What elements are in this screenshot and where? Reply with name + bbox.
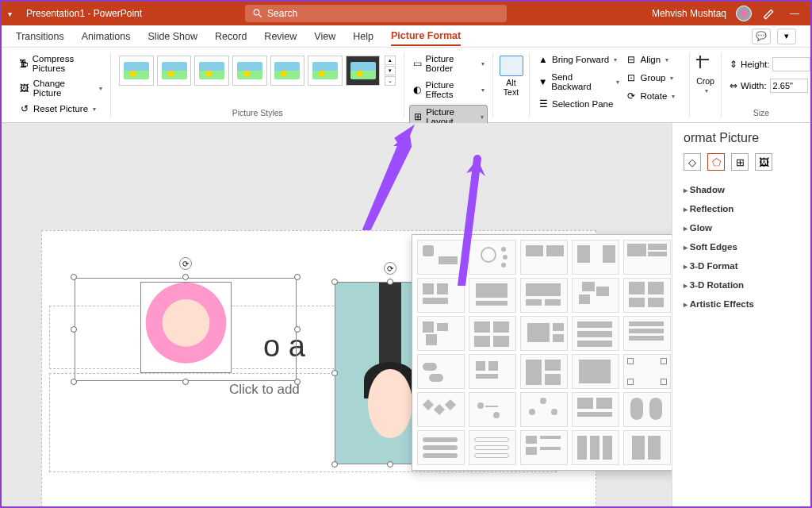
layout-option[interactable] bbox=[417, 316, 465, 351]
panel-section-artistic-effects[interactable]: Artistic Effects bbox=[684, 294, 799, 314]
rotate-handle-icon[interactable]: ⟳ bbox=[179, 257, 192, 270]
comments-button[interactable]: 💬 bbox=[752, 29, 771, 44]
resize-handle[interactable] bbox=[387, 279, 393, 285]
panel-section-reflection[interactable]: Reflection bbox=[684, 199, 799, 218]
style-thumb[interactable] bbox=[270, 56, 305, 86]
layout-option[interactable] bbox=[520, 316, 568, 351]
quick-access-dropdown[interactable]: ▾ bbox=[8, 10, 12, 18]
slide-canvas[interactable]: o a Click to add ⟳ ⟳ bbox=[2, 123, 672, 506]
layout-option[interactable] bbox=[623, 240, 671, 275]
layout-option[interactable] bbox=[623, 354, 671, 389]
compress-pictures-button[interactable]: 🗜 Compress Pictures bbox=[16, 52, 105, 75]
panel-section-3d-format[interactable]: 3-D Format bbox=[684, 256, 799, 275]
resize-handle[interactable] bbox=[294, 274, 301, 280]
picture-border-button[interactable]: ▭ Picture Border ▾ bbox=[409, 52, 488, 75]
tab-animations[interactable]: Animations bbox=[82, 28, 131, 45]
resize-handle[interactable] bbox=[331, 370, 338, 376]
layout-option[interactable] bbox=[520, 240, 568, 275]
effects-tab-icon[interactable]: ⬠ bbox=[707, 153, 725, 171]
height-input[interactable] bbox=[772, 57, 810, 71]
rotate-button[interactable]: ⟳ Rotate ▾ bbox=[622, 89, 684, 103]
tab-slideshow[interactable]: Slide Show bbox=[148, 28, 198, 45]
style-thumb[interactable] bbox=[119, 56, 154, 86]
tab-review[interactable]: Review bbox=[264, 28, 297, 45]
drawing-mode-icon[interactable] bbox=[761, 6, 776, 21]
panel-section-glow[interactable]: Glow bbox=[684, 218, 799, 237]
tab-transitions[interactable]: Transitions bbox=[16, 28, 64, 45]
user-avatar[interactable] bbox=[736, 6, 752, 21]
rotate-handle-icon[interactable]: ⟳ bbox=[384, 262, 396, 275]
layout-option[interactable] bbox=[469, 354, 516, 389]
style-thumb[interactable] bbox=[232, 56, 267, 86]
tab-help[interactable]: Help bbox=[353, 28, 373, 45]
change-picture-icon: 🖼 bbox=[19, 83, 30, 94]
layout-option[interactable] bbox=[469, 430, 516, 465]
width-icon: ⇔ bbox=[730, 80, 737, 91]
layout-option[interactable] bbox=[623, 430, 671, 465]
layout-option[interactable] bbox=[572, 316, 619, 351]
align-button[interactable]: ⊟ Align ▾ bbox=[622, 52, 684, 67]
border-icon: ▭ bbox=[412, 58, 422, 69]
panel-section-3d-rotation[interactable]: 3-D Rotation bbox=[684, 275, 799, 294]
resize-handle[interactable] bbox=[182, 379, 189, 385]
resize-handle[interactable] bbox=[331, 461, 338, 468]
crop-button[interactable]: Crop ▾ bbox=[695, 52, 716, 98]
tab-picture-format[interactable]: Picture Format bbox=[391, 27, 461, 46]
tab-record[interactable]: Record bbox=[215, 28, 247, 45]
panel-section-shadow[interactable]: Shadow bbox=[684, 180, 799, 199]
layout-option[interactable] bbox=[520, 392, 568, 427]
inserted-picture-1[interactable] bbox=[140, 282, 232, 373]
resize-handle[interactable] bbox=[331, 279, 338, 285]
picture-effects-button[interactable]: ◐ Picture Effects ▾ bbox=[409, 79, 488, 101]
gallery-up-button[interactable]: ▴ bbox=[385, 56, 396, 65]
minimize-button[interactable]: — bbox=[785, 8, 804, 19]
group-button[interactable]: ⊡ Group ▾ bbox=[622, 71, 684, 85]
style-thumb[interactable] bbox=[308, 56, 343, 86]
resize-handle[interactable] bbox=[294, 379, 301, 385]
layout-option[interactable] bbox=[469, 316, 516, 351]
size-tab-icon[interactable]: ⊞ bbox=[731, 153, 749, 171]
layout-option[interactable] bbox=[469, 392, 516, 427]
panel-section-soft-edges[interactable]: Soft Edges bbox=[684, 237, 799, 256]
alt-text-button[interactable]: Alt Text bbox=[498, 52, 524, 100]
resize-handle[interactable] bbox=[182, 274, 189, 280]
style-thumb[interactable] bbox=[157, 56, 192, 86]
layout-option[interactable] bbox=[520, 430, 568, 465]
layout-option[interactable] bbox=[520, 278, 568, 313]
layout-option[interactable] bbox=[572, 430, 619, 465]
resize-handle[interactable] bbox=[71, 379, 77, 385]
layout-option[interactable] bbox=[623, 278, 671, 313]
layout-option[interactable] bbox=[417, 392, 465, 427]
gallery-more-button[interactable]: ⌄ bbox=[385, 76, 396, 86]
layout-option[interactable] bbox=[572, 392, 619, 427]
layout-option[interactable] bbox=[623, 316, 671, 351]
layout-option[interactable] bbox=[417, 430, 465, 465]
change-picture-button[interactable]: 🖼 Change Picture ▾ bbox=[16, 77, 105, 99]
gallery-down-button[interactable]: ▾ bbox=[385, 66, 396, 75]
search-input[interactable]: Search bbox=[245, 5, 507, 22]
layout-option[interactable] bbox=[520, 354, 568, 389]
layout-option[interactable] bbox=[572, 354, 619, 389]
layout-option[interactable] bbox=[623, 392, 671, 427]
layout-option[interactable] bbox=[572, 278, 619, 313]
ribbon-options-button[interactable]: ▾ bbox=[777, 29, 796, 44]
resize-handle[interactable] bbox=[71, 326, 77, 333]
send-backward-button[interactable]: ▼ Send Backward ▾ bbox=[534, 71, 622, 93]
resize-handle[interactable] bbox=[387, 461, 393, 468]
group-label: Size bbox=[722, 108, 801, 117]
search-placeholder: Search bbox=[267, 8, 297, 19]
width-input[interactable] bbox=[770, 79, 808, 93]
fill-tab-icon[interactable]: ◇ bbox=[684, 153, 701, 171]
resize-handle[interactable] bbox=[294, 326, 301, 333]
selection-pane-button[interactable]: ☰ Selection Pane bbox=[534, 97, 622, 111]
style-thumb[interactable] bbox=[346, 56, 381, 86]
layout-option[interactable] bbox=[417, 354, 465, 389]
style-thumb[interactable] bbox=[194, 56, 229, 86]
picture-tab-icon[interactable]: 🖼 bbox=[755, 153, 772, 171]
reset-picture-button[interactable]: ↺ Reset Picture ▾ bbox=[16, 102, 105, 116]
picture-styles-gallery[interactable]: ▴ ▾ ⌄ bbox=[116, 52, 399, 89]
bring-forward-button[interactable]: ▲ Bring Forward ▾ bbox=[534, 52, 622, 67]
resize-handle[interactable] bbox=[71, 274, 77, 280]
tab-view[interactable]: View bbox=[314, 28, 335, 45]
layout-option[interactable] bbox=[572, 240, 619, 275]
